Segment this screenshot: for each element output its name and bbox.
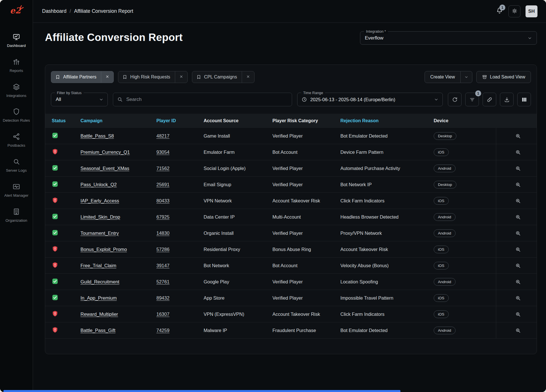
campaign-link[interactable]: Battle_Pass_S8 — [80, 133, 114, 138]
chip-close-button[interactable] — [242, 71, 254, 83]
column-header-status[interactable]: Status — [52, 118, 80, 123]
view-chip-high-risk-requests[interactable]: High Risk Requests — [118, 71, 188, 83]
chip-close-button[interactable] — [101, 71, 113, 83]
player-id-link[interactable]: 74259 — [156, 328, 169, 333]
campaign-link[interactable]: Limited_Skin_Drop — [80, 214, 120, 219]
column-header-account-source[interactable]: Account Source — [204, 118, 272, 123]
sidebar-item-postbacks[interactable]: Postbacks — [0, 130, 33, 151]
player-id-link[interactable]: 16307 — [156, 312, 169, 317]
sidebar-item-alert-manager[interactable]: Alert Manager — [0, 180, 33, 201]
campaign-link[interactable]: In_App_Premium — [80, 295, 117, 300]
player-id-link[interactable]: 57286 — [156, 247, 169, 252]
campaign-link[interactable]: Seasonal_Event_XMas — [80, 166, 129, 171]
view-chip-cpl-campaigns[interactable]: CPL Campaigns — [192, 71, 255, 83]
create-view-button[interactable]: Create View — [425, 71, 461, 83]
inspect-row-button[interactable] — [515, 182, 521, 188]
columns-button[interactable] — [517, 93, 531, 106]
account-source-cell: Emulator Farm — [204, 150, 272, 155]
create-view-split-button: Create View — [425, 71, 472, 83]
inspect-row-button[interactable] — [515, 295, 521, 301]
column-header-player-id[interactable]: Player ID — [156, 118, 204, 123]
page-title: Affiliate Conversion Report — [45, 31, 183, 44]
refresh-button[interactable] — [448, 93, 462, 106]
campaign-link[interactable]: Bonus_Exploit_Promo — [80, 247, 127, 252]
inspect-row-button[interactable] — [515, 230, 521, 236]
sidebar-item-integrations[interactable]: Integrations — [0, 80, 33, 101]
avatar[interactable]: SH — [526, 5, 537, 17]
risk-category-cell: Bot Account — [272, 150, 340, 155]
device-badge: Android — [434, 229, 456, 237]
inspect-row-button[interactable] — [515, 327, 521, 333]
campaign-link[interactable]: Battle_Pass_Gift — [80, 328, 115, 333]
rejection-reason-cell: Bot Emulator Detected — [340, 133, 434, 139]
inspect-row-button[interactable] — [515, 263, 521, 269]
close-icon — [246, 74, 250, 80]
column-header-device[interactable]: Device — [434, 118, 496, 123]
campaign-link[interactable]: IAP_Early_Access — [80, 198, 119, 203]
campaign-link[interactable]: Tournament_Entry — [80, 231, 119, 236]
inspect-row-button[interactable] — [515, 133, 521, 139]
table-row: Guild_Recruitment52761Google PlayVerifie… — [45, 274, 537, 290]
column-header-rejection-reason[interactable]: Rejection Reason — [340, 118, 434, 123]
postbacks-icon — [13, 133, 20, 140]
campaign-link[interactable]: Premium_Currency_Q1 — [80, 150, 130, 155]
risk-category-cell: Fraudulent Purchase — [272, 328, 340, 333]
player-id-link[interactable]: 93054 — [156, 150, 169, 155]
download-button[interactable] — [500, 93, 514, 106]
main-area: Dashboard / Affiliate Conversion Report … — [33, 0, 546, 392]
campaign-link[interactable]: Free_Trial_Claim — [80, 263, 116, 268]
time-range-select[interactable]: Time Range 2025-06-13 - 2025-08-14 (Euro… — [297, 93, 443, 106]
breadcrumb-dashboard[interactable]: Dashboard — [42, 8, 67, 14]
inspect-row-button[interactable] — [515, 311, 521, 317]
table-row: Reward_Multiplier16307VPN (ExpressVPN)Ac… — [45, 306, 537, 322]
status-filter-select[interactable]: Filter by Status All — [51, 93, 108, 106]
inspect-row-button[interactable] — [515, 246, 521, 252]
integration-select[interactable]: Integration * Everflow — [360, 31, 537, 45]
search-input[interactable] — [113, 93, 292, 106]
bookmark-icon — [122, 74, 127, 80]
campaign-link[interactable]: Pass_Unlock_Q2 — [80, 182, 117, 187]
rejection-reason-cell: Impossible Travel Pattern — [340, 295, 434, 301]
player-id-link[interactable]: 52761 — [156, 279, 169, 284]
refresh-icon — [452, 97, 458, 103]
inspect-row-button[interactable] — [515, 165, 521, 171]
view-chip-affiliate-partners[interactable]: Affiliate Partners — [51, 71, 114, 83]
sidebar-item-reports[interactable]: Reports — [0, 55, 33, 76]
inspect-row-button[interactable] — [515, 149, 521, 155]
player-id-link[interactable]: 25691 — [156, 182, 169, 187]
account-source-cell: VPN Network — [204, 198, 272, 204]
risk-category-cell: Verified Player — [272, 279, 340, 285]
player-id-link[interactable]: 80433 — [156, 198, 169, 203]
sidebar-item-organization[interactable]: Organization — [0, 205, 33, 226]
player-id-link[interactable]: 89432 — [156, 295, 169, 300]
campaign-link[interactable]: Guild_Recruitment — [80, 279, 119, 284]
notifications-button[interactable]: 1 — [496, 7, 503, 16]
player-id-link[interactable]: 67925 — [156, 214, 169, 219]
sidebar-item-dashboard[interactable]: Dashboard — [0, 30, 33, 51]
chip-close-button[interactable] — [175, 71, 187, 83]
account-source-cell: Residential Proxy — [204, 247, 272, 252]
inspect-row-button[interactable] — [515, 198, 521, 204]
player-id-link[interactable]: 48217 — [156, 133, 169, 138]
column-header-player-risk-category[interactable]: Player Risk Category — [272, 118, 340, 123]
app-logo[interactable]: e2 — [9, 5, 24, 18]
sidebar-item-detection-rules[interactable]: Detection Rules — [0, 105, 33, 126]
load-saved-view-button[interactable]: Load Saved View — [476, 71, 531, 83]
view-chip-label: High Risk Requests — [127, 74, 175, 80]
inspect-row-button[interactable] — [515, 279, 521, 285]
copy-link-button[interactable] — [483, 93, 496, 106]
integration-label: Integration * — [364, 29, 388, 34]
account-source-cell: Data Center IP — [204, 214, 272, 220]
player-id-link[interactable]: 39147 — [156, 263, 169, 268]
theme-toggle-button[interactable] — [508, 5, 520, 17]
player-id-link[interactable]: 71562 — [156, 166, 169, 171]
filter-button[interactable]: 1 — [465, 93, 479, 106]
chevron-down-icon — [434, 97, 439, 102]
sidebar-item-server-logs[interactable]: Server Logs — [0, 155, 33, 176]
inspect-row-button[interactable] — [515, 214, 521, 220]
column-header-campaign[interactable]: Campaign — [80, 118, 156, 123]
create-view-caret-button[interactable] — [460, 71, 472, 83]
player-id-link[interactable]: 14830 — [156, 231, 169, 236]
rejection-reason-cell: Automated Purchase Activity — [340, 166, 434, 171]
campaign-link[interactable]: Reward_Multiplier — [80, 312, 118, 317]
